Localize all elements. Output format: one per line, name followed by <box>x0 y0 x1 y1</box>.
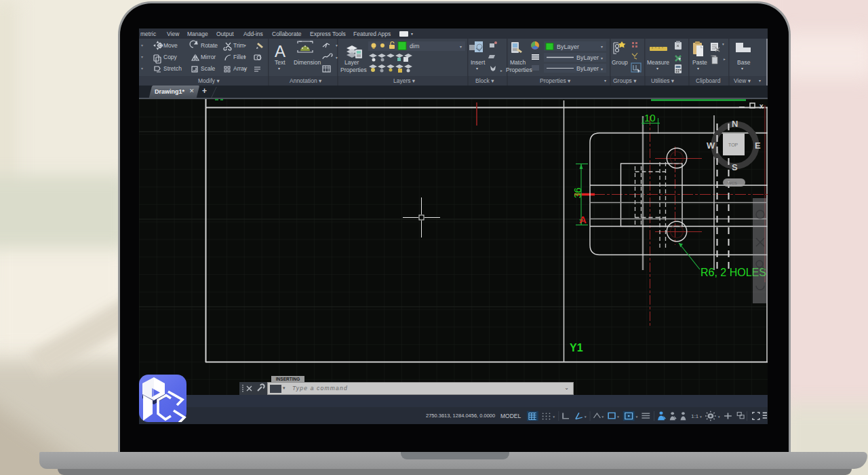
svg-text:▾: ▾ <box>700 415 702 419</box>
svg-text:▾: ▾ <box>336 43 338 48</box>
svg-text:▾: ▾ <box>601 56 603 60</box>
svg-text:dim: dim <box>410 43 420 50</box>
svg-text:▾: ▾ <box>601 67 603 71</box>
svg-text:▸: ▸ <box>724 57 726 61</box>
svg-text:▾: ▾ <box>617 415 619 419</box>
svg-text:Y1: Y1 <box>570 342 583 354</box>
svg-text:ByLayer: ByLayer <box>576 65 599 72</box>
svg-text:▾: ▾ <box>718 415 720 419</box>
svg-text:▸: ▸ <box>500 69 502 73</box>
svg-text:A: A <box>275 42 285 60</box>
svg-text:▾: ▾ <box>601 415 604 419</box>
svg-text:E: E <box>755 140 761 151</box>
svg-text:A: A <box>579 214 587 225</box>
svg-text:1:1: 1:1 <box>691 414 698 419</box>
svg-text:WCS: WCS <box>728 181 737 185</box>
svg-text:▾: ▾ <box>553 415 555 419</box>
svg-text:S: S <box>732 162 738 172</box>
svg-text:W: W <box>707 140 715 151</box>
svg-text:▾: ▾ <box>585 415 587 419</box>
svg-text:▾: ▾ <box>336 56 338 60</box>
svg-text:10: 10 <box>644 112 656 124</box>
svg-text:ByLayer: ByLayer <box>557 43 579 50</box>
svg-text:ByLayer: ByLayer <box>576 54 599 61</box>
svg-text:▾: ▾ <box>722 42 724 46</box>
svg-text:TOP: TOP <box>728 142 738 147</box>
svg-text:x: x <box>760 102 764 110</box>
svg-text:▾: ▾ <box>601 45 603 49</box>
svg-text:▾: ▾ <box>460 45 462 49</box>
svg-text:▾: ▾ <box>636 415 638 419</box>
svg-text:N: N <box>732 119 738 129</box>
